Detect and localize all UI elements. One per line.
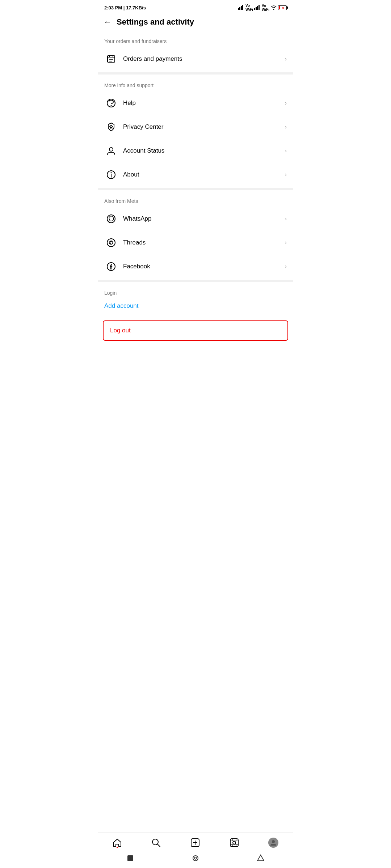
help-label: Help [123, 99, 285, 107]
facebook-icon [104, 260, 118, 273]
svg-rect-5 [256, 7, 257, 10]
signal2-icon [254, 5, 261, 10]
account-status-item[interactable]: Account Status › [98, 139, 293, 163]
page-title: Settings and activity [117, 17, 194, 27]
about-label: About [123, 171, 285, 178]
svg-rect-3 [242, 5, 243, 10]
whatsapp-item[interactable]: WhatsApp › [98, 207, 293, 231]
svg-point-8 [273, 9, 274, 10]
help-icon [104, 96, 118, 110]
svg-rect-2 [241, 6, 242, 10]
orders-payments-label: Orders and payments [123, 55, 285, 63]
about-item[interactable]: About › [98, 163, 293, 187]
more-info-section-label: More info and support [98, 76, 293, 91]
whatsapp-label: WhatsApp [123, 215, 285, 222]
svg-rect-6 [257, 6, 258, 10]
chevron-icon: › [285, 100, 287, 106]
privacy-center-item[interactable]: Privacy Center › [98, 115, 293, 139]
privacy-center-label: Privacy Center [123, 123, 285, 131]
chevron-icon: › [285, 124, 287, 130]
wifi-icon [270, 5, 277, 10]
logout-box[interactable]: Log out [103, 320, 288, 341]
page-header: ← Settings and activity [98, 14, 293, 32]
vo-wifi2-label: VoWiFi [262, 4, 269, 12]
divider-1 [98, 72, 293, 75]
facebook-item[interactable]: Facebook › [98, 255, 293, 278]
vo-wifi-label: VoWiFi [245, 4, 253, 12]
divider-3 [98, 280, 293, 282]
svg-point-16 [111, 105, 112, 106]
status-icons: VoWiFi VoWiFi 8 [238, 4, 287, 12]
help-item[interactable]: Help › [98, 91, 293, 115]
status-network: | 17.7KB/s [123, 5, 146, 10]
about-icon [104, 168, 118, 182]
chevron-icon: › [285, 56, 287, 62]
svg-point-24 [107, 239, 115, 247]
account-status-label: Account Status [123, 147, 285, 154]
login-section: Login Add account [98, 284, 293, 318]
facebook-label: Facebook [123, 263, 285, 270]
svg-rect-0 [238, 8, 239, 10]
orders-icon [104, 52, 118, 66]
svg-point-19 [109, 148, 113, 151]
threads-label: Threads [123, 239, 285, 246]
status-bar: 2:03 PM | 17.7KB/s VoWiFi VoWiFi [98, 0, 293, 14]
threads-item[interactable]: Threads › [98, 231, 293, 255]
battery-icon: 8 [278, 5, 287, 10]
svg-rect-7 [258, 5, 260, 10]
logout-button[interactable]: Log out [110, 327, 131, 334]
signal-icon [238, 5, 244, 10]
also-from-meta-label: Also from Meta [98, 192, 293, 207]
chevron-icon: › [285, 216, 287, 222]
chevron-icon: › [285, 263, 287, 270]
whatsapp-icon [104, 212, 118, 226]
chevron-icon: › [285, 171, 287, 178]
account-status-icon [104, 144, 118, 158]
divider-2 [98, 188, 293, 190]
login-label: Login [104, 290, 287, 296]
privacy-center-icon [104, 120, 118, 134]
svg-point-22 [111, 172, 112, 173]
back-button[interactable]: ← [104, 17, 112, 27]
add-account-button[interactable]: Add account [104, 301, 287, 315]
threads-icon [104, 236, 118, 250]
svg-rect-1 [239, 7, 240, 10]
orders-payments-item[interactable]: Orders and payments › [98, 47, 293, 71]
chevron-icon: › [285, 239, 287, 246]
status-time: 2:03 PM [104, 5, 122, 10]
svg-rect-4 [254, 8, 255, 10]
orders-section-label: Your orders and fundraisers [98, 32, 293, 47]
chevron-icon: › [285, 148, 287, 154]
